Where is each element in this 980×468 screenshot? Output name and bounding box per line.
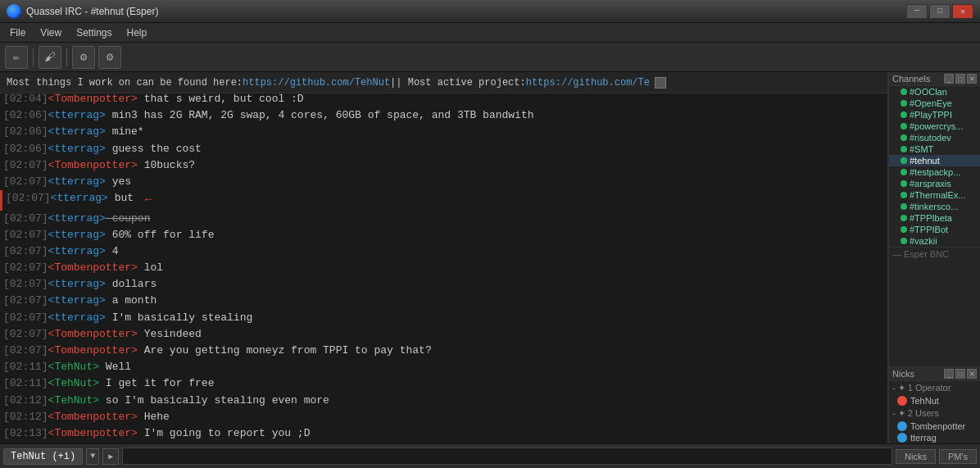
topic-link-2[interactable]: https://github.com/Te [526, 77, 650, 89]
channel-label: #tinkersco... [910, 202, 958, 211]
msg-nick[interactable]: <tterrag> [48, 108, 106, 123]
msg-nick[interactable]: <tterrag> [48, 228, 106, 243]
nick-name: TehNut [910, 396, 939, 406]
menubar: File View Settings Help [0, 23, 980, 43]
toolbar-gear-btn[interactable]: ⚙ [72, 46, 95, 69]
channel-label: #arspraxis [910, 179, 951, 189]
channel-item[interactable]: #SMT [889, 143, 980, 155]
sidebar-close-icon[interactable]: ✕ [967, 74, 977, 84]
toolbar-edit-btn[interactable]: ✏️ [5, 46, 28, 69]
nick-item[interactable]: tterrag [889, 432, 980, 443]
channel-item[interactable]: #tinkersco... [889, 201, 980, 212]
message-row: [02:11]<TehNut> Well [0, 359, 887, 375]
channel-item[interactable]: #TPPIBot [889, 224, 980, 235]
channel-label: #SMT [910, 144, 933, 154]
msg-nick[interactable]: <Tombenpotter> [48, 410, 138, 425]
channel-item[interactable]: #arspraxis [889, 178, 980, 189]
toolbar-brush-btn[interactable]: 🖌 [39, 46, 61, 69]
msg-time: [02:07] [3, 293, 48, 308]
msg-time: [02:11] [3, 360, 48, 375]
channel-dot-icon [901, 180, 907, 187]
msg-time: [02:04] [3, 93, 48, 107]
titlebar-controls[interactable]: ─ □ ✕ [906, 4, 973, 19]
menu-file[interactable]: File [3, 25, 32, 40]
msg-content: I'm basically stealing [106, 311, 252, 325]
nick-item[interactable]: TehNut [889, 395, 980, 407]
channel-item[interactable]: #ThermalEx... [889, 189, 980, 201]
channel-item[interactable]: #testpackp... [889, 166, 980, 178]
channel-item[interactable]: #risutodev [889, 132, 980, 143]
msg-nick[interactable]: <Tombenpotter> [48, 261, 138, 275]
msg-time: [02:07] [6, 191, 51, 206]
sidebar-collapse-icon[interactable]: _ [944, 74, 954, 84]
msg-nick[interactable]: <Tombenpotter> [48, 158, 138, 173]
msg-content: lol [138, 261, 163, 275]
msg-time: [02:13] [3, 426, 48, 441]
channel-dot-icon [901, 226, 907, 233]
channel-item[interactable]: #OOClan [889, 86, 980, 98]
chat-input[interactable] [122, 448, 892, 465]
msg-time: [02:07] [3, 311, 48, 325]
input-play-btn[interactable]: ▶ [102, 448, 119, 465]
toolbar: ✏️ 🖌 ⚙ ⚙ [0, 43, 980, 72]
toolbar-gear2-btn[interactable]: ⚙ [98, 46, 121, 69]
channel-dot-icon [901, 134, 907, 141]
message-row: [02:07]<tterrag> but ← [0, 190, 887, 210]
msg-time: [02:07] [3, 158, 48, 173]
msg-nick[interactable]: <Tombenpotter> [48, 426, 138, 441]
channel-item[interactable]: #TPPIbeta [889, 212, 980, 224]
channel-item[interactable]: #OpenEye [889, 98, 980, 109]
channel-label: #TPPIbeta [910, 213, 952, 223]
nicks-expand-icon[interactable]: □ [955, 369, 965, 379]
channel-item[interactable]: #vazkii [889, 235, 980, 247]
msg-content: I get it for free [99, 376, 214, 391]
msg-nick[interactable]: <tterrag> [48, 311, 106, 325]
message-row: [02:06]<tterrag> mine* [0, 124, 887, 140]
channel-item[interactable]: #powercrys... [889, 120, 980, 132]
minimize-button[interactable]: ─ [906, 4, 928, 19]
menu-help[interactable]: Help [120, 25, 154, 40]
msg-nick[interactable]: <TehNut> [48, 393, 99, 408]
msg-content: so I'm basically stealing even more [99, 393, 329, 408]
right-sidebar: Channels _ □ ✕ #OOClan#OpenEye#PlayTPPI#… [888, 72, 980, 443]
channel-item[interactable]: #tehnut [889, 155, 980, 166]
msg-nick[interactable]: <tterrag> [48, 293, 106, 308]
tab-dropdown-arrow[interactable]: ▼ [86, 448, 99, 465]
msg-nick[interactable]: <Tombenpotter> [48, 343, 138, 358]
msg-nick[interactable]: <TehNut> [48, 360, 99, 375]
msg-nick[interactable]: <tterrag> [48, 175, 106, 189]
msg-nick[interactable]: <tterrag> [51, 191, 108, 206]
sidebar-expand-icon[interactable]: □ [955, 74, 965, 84]
nick-item[interactable]: Tombenpotter [889, 420, 980, 432]
msg-nick[interactable]: <TehNut> [48, 376, 99, 391]
maximize-button[interactable]: □ [929, 4, 951, 19]
nicks-close-icon[interactable]: ✕ [967, 369, 977, 379]
msg-nick[interactable]: <tterrag> [48, 211, 106, 226]
msg-nick[interactable]: <Tombenpotter> [48, 327, 138, 342]
msg-nick[interactable]: <tterrag> [48, 125, 106, 139]
channel-item[interactable]: #PlayTPPI [889, 109, 980, 120]
nicks-tab-btn[interactable]: Nicks [896, 449, 936, 464]
msg-nick[interactable]: <tterrag> [48, 277, 106, 292]
msg-content: a month [106, 293, 157, 308]
msg-nick[interactable]: <Tombenpotter> [48, 93, 138, 107]
channels-label: Channels [892, 74, 930, 84]
close-button[interactable]: ✕ [952, 4, 973, 19]
msg-time: [02:07] [3, 277, 48, 292]
topic-icon[interactable] [655, 77, 666, 89]
msg-content: 4 [106, 244, 119, 259]
nicks-collapse-icon[interactable]: _ [944, 369, 954, 379]
channel-list: #OOClan#OpenEye#PlayTPPI#powercrys...#ri… [889, 86, 980, 247]
msg-content: Hehe [138, 410, 170, 425]
menu-view[interactable]: View [34, 25, 68, 40]
msg-nick[interactable]: <tterrag> [48, 142, 106, 157]
message-row: [02:07]<tterrag> a month [0, 293, 887, 309]
menu-settings[interactable]: Settings [70, 25, 118, 40]
active-tab[interactable]: TehNut (+i) [3, 448, 83, 465]
msg-nick[interactable]: <tterrag> [48, 244, 106, 259]
channel-label: #powercrys... [910, 121, 963, 131]
pm-tab-btn[interactable]: PM's [939, 449, 977, 464]
msg-content: Well [99, 360, 131, 375]
msg-content: dollars [106, 277, 157, 292]
topic-link-1[interactable]: https://github.com/TehNut [243, 77, 390, 89]
